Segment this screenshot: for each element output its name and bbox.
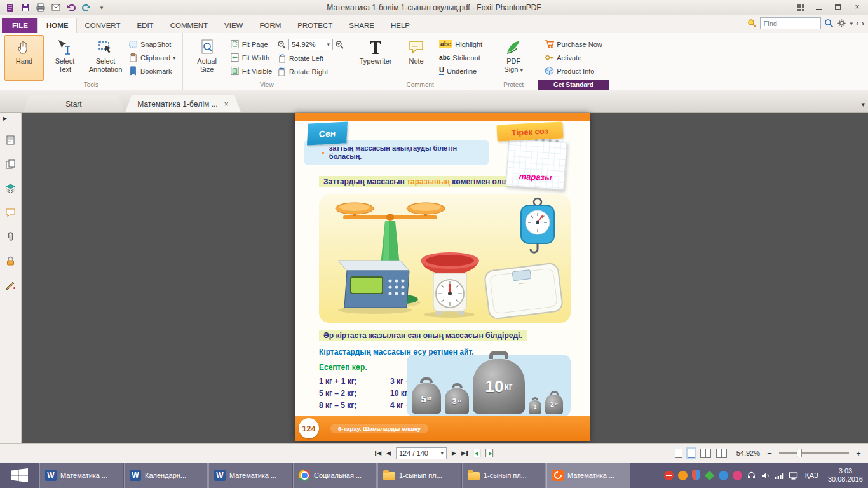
language-indicator[interactable]: ҚАЗ — [803, 471, 821, 479]
product-info-button[interactable]: Product Info — [543, 65, 604, 76]
tray-signal-icon[interactable] — [775, 471, 784, 480]
tray-headset-icon[interactable] — [747, 471, 756, 480]
hand-tool-button[interactable]: Hand — [4, 35, 44, 81]
layout-grid-icon[interactable] — [790, 1, 810, 13]
select-annotation-button[interactable]: SelectAnnotation — [86, 35, 125, 81]
snapshot-button[interactable]: SnapShot — [126, 39, 178, 50]
zoom-slider[interactable] — [779, 448, 849, 458]
tray-sync-icon[interactable] — [704, 470, 714, 480]
tab-home[interactable]: HOME — [38, 18, 77, 33]
tab-start[interactable]: Start — [23, 95, 125, 112]
continuous-view-icon[interactable] — [688, 449, 695, 458]
purchase-now-button[interactable]: Purchase Now — [543, 39, 604, 50]
ribbon-scroll-left-icon[interactable]: ‹ — [856, 19, 858, 28]
email-icon[interactable] — [50, 1, 62, 13]
single-page-view-icon[interactable] — [675, 449, 682, 458]
facing-view-icon[interactable] — [700, 449, 711, 458]
expand-panel-icon[interactable]: ▶ — [0, 116, 7, 121]
zoom-in-button[interactable]: + — [854, 449, 863, 458]
gear-icon[interactable] — [837, 18, 846, 28]
security-panel-icon[interactable] — [5, 255, 16, 266]
layers-panel-icon[interactable] — [5, 183, 16, 194]
zoom-level-select[interactable]: 54.92% ▾ — [288, 39, 333, 50]
minimize-button[interactable] — [810, 1, 829, 13]
typewriter-button[interactable]: Typewriter — [356, 35, 395, 81]
pdf-sign-dropdown-icon[interactable]: ▾ — [520, 67, 523, 73]
zoom-slider-handle[interactable] — [797, 449, 802, 458]
thumbnails-panel-icon[interactable] — [5, 159, 16, 170]
first-page-button[interactable]: ◀ — [375, 450, 381, 456]
tray-network-icon[interactable] — [789, 471, 798, 480]
find-options-icon[interactable] — [747, 18, 757, 28]
page-number-input[interactable]: 124 / 140 ▾ — [396, 447, 447, 459]
tray-volume-icon[interactable] — [761, 471, 770, 480]
clipboard-dropdown-icon[interactable]: ▾ — [173, 55, 176, 61]
rotate-left-button[interactable]: Rotate Left — [275, 53, 346, 64]
tab-edit[interactable]: EDIT — [128, 18, 161, 33]
comments-panel-icon[interactable] — [5, 207, 16, 218]
restore-button[interactable] — [829, 1, 848, 13]
taskbar-item-word-3[interactable]: WМатематика ... — [208, 463, 292, 488]
pdf-sign-button[interactable]: PDFSign ▾ — [494, 35, 533, 81]
tray-messenger-icon[interactable] — [719, 471, 728, 480]
prev-page-button[interactable]: ◀ — [386, 450, 391, 456]
taskbar-item-foxit[interactable]: Математика ... — [546, 463, 630, 488]
rotate-right-button[interactable]: Rotate Right — [275, 66, 346, 77]
attachments-panel-icon[interactable] — [5, 231, 16, 242]
clipboard-button[interactable]: Clipboard ▾ — [126, 52, 178, 63]
strikeout-button[interactable]: abc Strikeout — [437, 52, 484, 63]
previous-view-button[interactable] — [473, 449, 480, 458]
taskbar-item-word-2[interactable]: WКалендарн... — [124, 463, 208, 488]
underline-button[interactable]: U Underline — [437, 65, 484, 76]
next-view-button[interactable] — [485, 449, 493, 458]
tab-convert[interactable]: CONVERT — [76, 18, 128, 33]
save-icon[interactable] — [19, 1, 32, 13]
tray-agent-icon[interactable] — [678, 471, 688, 480]
taskbar-item-folder-1[interactable]: 1-сынып пл... — [377, 463, 461, 488]
app-icon[interactable] — [4, 1, 17, 13]
search-icon[interactable] — [824, 18, 834, 28]
select-text-button[interactable]: SelectText — [45, 35, 85, 81]
undo-icon[interactable] — [65, 1, 78, 13]
print-icon[interactable] — [34, 1, 47, 13]
tray-app-icon[interactable] — [733, 471, 742, 480]
next-page-button[interactable]: ▶ — [452, 450, 456, 456]
actual-size-button[interactable]: ActualSize — [187, 35, 227, 81]
tab-protect[interactable]: PROTECT — [289, 18, 341, 33]
tab-list-dropdown-icon[interactable]: ▾ — [861, 100, 865, 109]
bookmark-button[interactable]: Bookmark — [126, 65, 178, 76]
tab-help[interactable]: HELP — [383, 18, 418, 33]
tab-view[interactable]: VIEW — [216, 18, 251, 33]
find-input[interactable] — [760, 17, 821, 29]
taskbar-item-folder-2[interactable]: 1-сынып пл... — [462, 463, 546, 488]
tab-comment[interactable]: COMMENT — [162, 18, 216, 33]
highlight-button[interactable]: abc Highlight — [437, 39, 484, 50]
tab-document[interactable]: Математика 1-бөлім ... × — [125, 95, 241, 112]
tab-file[interactable]: FILE — [2, 18, 38, 33]
fit-width-button[interactable]: Fit Width — [228, 52, 274, 63]
tab-share[interactable]: SHARE — [341, 18, 383, 33]
tab-form[interactable]: FORM — [251, 18, 289, 33]
pages-panel-icon[interactable] — [5, 135, 16, 146]
gear-dropdown-icon[interactable]: ▾ — [850, 20, 853, 27]
tray-shield-icon[interactable] — [692, 470, 700, 480]
zoom-dropdown-icon[interactable]: ▾ — [327, 41, 330, 48]
taskbar-item-word-1[interactable]: WМатематика ... — [39, 463, 123, 488]
activate-button[interactable]: Activate — [543, 52, 604, 63]
continuous-facing-view-icon[interactable] — [716, 449, 727, 458]
zoom-out-icon[interactable] — [277, 40, 287, 50]
quick-access-dropdown-icon[interactable]: ▾ — [95, 1, 108, 13]
zoom-out-button[interactable]: − — [765, 449, 774, 458]
close-button[interactable]: × — [848, 1, 867, 13]
clock[interactable]: 3:03 30.08.2016 — [825, 467, 863, 484]
taskbar-item-chrome[interactable]: Социальная ... — [293, 463, 377, 488]
fit-page-button[interactable]: Fit Page — [228, 39, 274, 50]
tray-antivirus-icon[interactable] — [664, 471, 674, 480]
fit-visible-button[interactable]: Fit Visible — [228, 65, 274, 76]
page-dropdown-icon[interactable]: ▾ — [440, 450, 444, 456]
last-page-button[interactable]: ▶ — [461, 450, 468, 456]
ribbon-scroll-right-icon[interactable]: › — [862, 19, 864, 28]
note-button[interactable]: Note — [397, 35, 436, 81]
start-button[interactable] — [0, 463, 39, 488]
signature-panel-icon[interactable] — [5, 280, 16, 290]
